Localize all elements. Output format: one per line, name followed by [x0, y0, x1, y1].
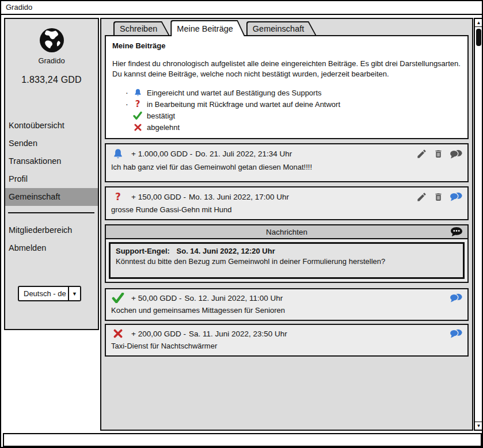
message-text: Könntest du bitte den Bezug zum Gemeinwo… [116, 257, 458, 266]
tab-schreiben[interactable]: Schreiben [113, 21, 169, 35]
triangle-up-icon: ▲ [477, 21, 481, 25]
sidebar-item-senden[interactable]: Senden [5, 135, 98, 152]
messages-header: Nachrichten [106, 225, 467, 239]
entry-date: Sa. 11. Juni 2022, 23:50 Uhr [189, 330, 287, 338]
sidebar-item-gemeinschaft[interactable]: Gemeinschaft [5, 188, 98, 206]
edit-icon[interactable] [416, 148, 427, 159]
contribution-entry: + 1.000,00 GDD -Do. 21. Juli 2022, 21:34… [105, 143, 469, 182]
language-select[interactable]: Deutsch - de ▼ [18, 286, 81, 301]
entry-description: grosse Runde Gassi-Gehn mit Hund [106, 203, 467, 219]
vertical-scrollbar[interactable]: ▲ ▼ [474, 18, 483, 431]
sidebar-item-transaktionen[interactable]: Transaktionen [5, 152, 98, 170]
language-select-value: Deutsch - de [19, 287, 68, 300]
logo [5, 19, 98, 54]
contribution-entry: + 50,00 GDD -So. 12. Juni 2022, 11:00 Uh… [105, 288, 469, 321]
window-title: Gradido [6, 3, 32, 12]
entry-description: Taxi-Dienst für Nachtschwärmer [106, 339, 467, 355]
bell-icon [111, 148, 125, 160]
entry-date: Do. 21. Juli 2022, 21:34 Uhr [195, 150, 292, 158]
scrollbar-thumb[interactable] [476, 29, 481, 46]
app-window: Gradido Gradido 1.833,24 GDD Kontoübersi… [0, 0, 483, 448]
entry-description: Kochen und gemeinsames Mittagessen für S… [106, 304, 467, 320]
tab-gemeinschaft[interactable]: Gemeinschaft [246, 21, 316, 35]
message-card: Support-Engel: So. 14. Juni 2022, 12:20 … [109, 242, 465, 279]
entry-description: Ich hab ganz viel für das Gemeinwohl get… [106, 160, 467, 181]
legend-item-bestaetigt: bestätigt [125, 110, 461, 121]
sidebar-nav: Kontoübersicht Senden Transaktionen Prof… [5, 117, 98, 206]
cross-icon [131, 124, 144, 131]
status-bar [3, 433, 482, 447]
cross-icon [111, 329, 125, 338]
check-icon [131, 112, 144, 120]
language-select-arrow-button[interactable]: ▼ [68, 287, 80, 300]
contribution-entry: ? + 150,00 GDD -Mo. 13. Juni 2022, 17:00… [105, 186, 469, 220]
chat-icon[interactable] [450, 149, 462, 159]
triangle-down-icon: ▼ [477, 424, 481, 428]
account-balance: 1.833,24 GDD [5, 75, 98, 85]
window-titlebar: Gradido [1, 1, 482, 15]
scroll-up-button[interactable]: ▲ [475, 19, 482, 27]
delete-icon[interactable] [433, 192, 443, 202]
chevron-down-icon: ▼ [72, 291, 77, 297]
entry-amount: + 200,00 GDD - [131, 330, 186, 338]
status-legend: · Eingereicht und wartet auf Bestätigung… [125, 87, 461, 133]
delete-icon[interactable] [433, 148, 443, 159]
bell-icon [131, 88, 144, 97]
message-bubble-icon[interactable] [450, 227, 463, 238]
sidebar-item-profil[interactable]: Profil [5, 170, 98, 188]
edit-icon[interactable] [416, 192, 427, 202]
legend-item-rueckfrage: · ? in Bearbeitung mit Rückfrage und war… [125, 98, 461, 110]
sidebar-secondary-nav: Mitgliederbereich Abmelden [5, 221, 98, 257]
contribution-entry: + 200,00 GDD -Sa. 11. Juni 2022, 23:50 U… [105, 324, 469, 357]
legend-item-abgelehnt: abgelehnt [125, 121, 461, 133]
messages-panel: Nachrichten Support-Engel: So. 14. Juni … [105, 224, 469, 283]
chat-icon[interactable] [450, 192, 462, 202]
page-title: Meine Beiträge [112, 41, 461, 50]
main-panel: Schreiben Meine Beiträge Gemeinschaft Me… [100, 18, 473, 431]
intro-panel: Meine Beiträge Hier findest du chronolog… [105, 35, 469, 139]
chat-icon[interactable] [450, 328, 462, 339]
message-sender: Support-Engel: [116, 247, 170, 255]
scroll-down-button[interactable]: ▼ [475, 422, 482, 430]
message-date: So. 14. Juni 2022, 12:20 Uhr [177, 247, 275, 255]
sidebar-item-abmelden[interactable]: Abmelden [5, 239, 98, 257]
logo-label: Gradido [5, 56, 98, 65]
globe-icon [38, 26, 66, 54]
entry-amount: + 50,00 GDD - [131, 294, 181, 303]
entry-date: Mo. 13. Juni 2022, 17:00 Uhr [189, 193, 289, 201]
question-icon: ? [131, 99, 144, 109]
entry-date: So. 12. Juni 2022, 11:00 Uhr [184, 294, 283, 303]
tab-bar: Schreiben Meine Beiträge Gemeinschaft [101, 19, 472, 35]
sidebar-item-mitgliederbereich[interactable]: Mitgliederbereich [5, 221, 98, 239]
legend-item-eingereicht: · Eingereicht und wartet auf Bestätigung… [125, 87, 461, 98]
sidebar-item-kontouebersicht[interactable]: Kontoübersicht [5, 117, 98, 135]
entry-amount: + 1.000,00 GDD - [131, 150, 192, 158]
check-icon [111, 293, 125, 303]
question-icon: ? [111, 191, 125, 202]
chat-icon[interactable] [450, 293, 462, 303]
intro-description: Hier findest du chronologisch aufgeliste… [112, 59, 461, 79]
entry-amount: + 150,00 GDD - [131, 193, 186, 201]
sidebar-divider [8, 212, 94, 213]
sidebar: Gradido 1.833,24 GDD Kontoübersicht Send… [4, 18, 99, 330]
tab-meine-beitraege[interactable]: Meine Beiträge [170, 20, 245, 36]
